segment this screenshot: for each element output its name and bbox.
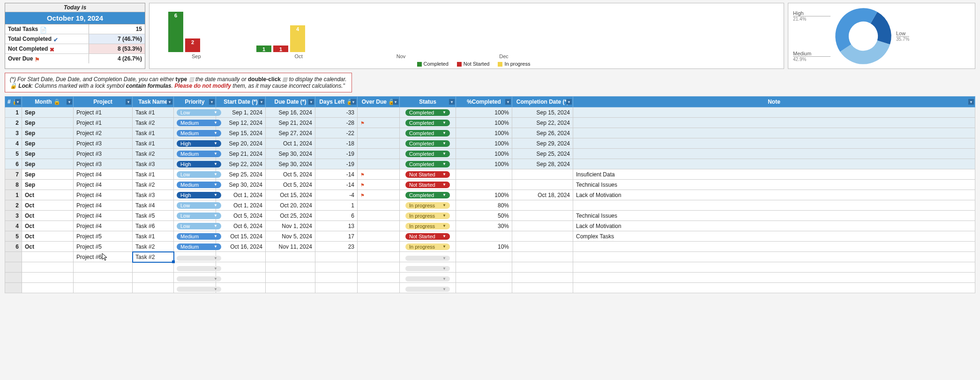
cell-priority[interactable]: Medium▼ — [174, 128, 216, 138]
cell-id[interactable]: 6 — [5, 159, 22, 169]
filter-icon[interactable]: ▾ — [15, 99, 21, 105]
cell-priority[interactable]: High▼ — [174, 159, 216, 169]
cell-task[interactable]: Task #4 — [133, 200, 174, 211]
table-row-empty[interactable]: ▼ ▼ — [5, 283, 975, 293]
dropdown-pill[interactable]: Low▼ — [177, 213, 221, 219]
cell-priority[interactable]: Medium▼ — [174, 242, 216, 252]
table-row[interactable]: 2 Sep Project #1 Task #2 Medium▼ Sep 12,… — [5, 118, 975, 128]
cell-task[interactable]: Task #3 — [133, 159, 174, 169]
cell-days-left[interactable]: 23 — [315, 242, 358, 252]
cell-due-date[interactable]: Sep 21, 2024 — [266, 118, 315, 128]
cell-note[interactable]: Technical Issues — [573, 211, 975, 221]
cell-priority[interactable]: Medium▼ — [174, 149, 216, 159]
cell-pct[interactable]: 30% — [456, 221, 512, 231]
cell-due-date[interactable]: Oct 5, 2024 — [266, 169, 315, 180]
cell-note[interactable] — [573, 159, 975, 169]
cell-over-due[interactable] — [358, 138, 400, 149]
cell-task[interactable]: Task #1 — [133, 138, 174, 149]
cell-status[interactable]: In progress▼ — [400, 221, 456, 231]
filter-icon[interactable]: ▾ — [393, 99, 398, 105]
cell-note[interactable] — [573, 242, 975, 252]
cell-status[interactable]: Completed▼ — [400, 159, 456, 169]
cell-start-date[interactable]: Sep 30, 2024 — [216, 180, 266, 190]
cell-month[interactable]: Sep — [22, 180, 74, 190]
cell-id[interactable]: 1 — [5, 107, 22, 118]
cell-over-due[interactable] — [358, 242, 400, 252]
cell-due-date[interactable]: Sep 27, 2024 — [266, 128, 315, 138]
cell-project[interactable]: Project #4 — [74, 200, 133, 211]
dropdown-empty[interactable]: ▼ — [405, 266, 450, 271]
col-days-left[interactable]: Days Left 🔒▾ — [315, 97, 358, 107]
col-note[interactable]: Note▾ — [573, 97, 975, 107]
cell-over-due[interactable] — [358, 200, 400, 211]
cell-priority[interactable]: Low▼ — [174, 221, 216, 231]
filter-icon[interactable]: ▾ — [968, 99, 974, 105]
dropdown-pill[interactable]: Medium▼ — [177, 130, 221, 137]
table-row[interactable]: 3 Sep Project #2 Task #1 Medium▼ Sep 15,… — [5, 128, 975, 138]
dropdown-empty[interactable]: ▼ — [177, 276, 221, 281]
table-row-empty[interactable]: ▼ ▼ — [5, 262, 975, 273]
cell-days-left[interactable]: -28 — [315, 118, 358, 128]
cell-completion-date[interactable] — [512, 231, 573, 242]
cell-status[interactable]: Completed▼ — [400, 149, 456, 159]
cell-completion-date[interactable] — [512, 200, 573, 211]
dropdown-empty[interactable]: ▼ — [405, 276, 450, 281]
cell-month[interactable]: Sep — [22, 138, 74, 149]
cell-due-date[interactable]: Oct 15, 2024 — [266, 190, 315, 200]
cell-note[interactable] — [573, 138, 975, 149]
cell-over-due[interactable] — [358, 211, 400, 221]
cell-project[interactable]: Project #1 — [74, 107, 133, 118]
cell-due-date[interactable]: Oct 1, 2024 — [266, 138, 315, 149]
cell-over-due[interactable]: ⚑ — [358, 118, 400, 128]
cell-id[interactable]: 4 — [5, 221, 22, 231]
cell-note[interactable] — [573, 149, 975, 159]
dropdown-pill[interactable]: Completed▼ — [405, 140, 450, 147]
cell-id[interactable]: 6 — [5, 242, 22, 252]
col-start-date[interactable]: Start Date (*)▾ — [216, 97, 266, 107]
dropdown-empty[interactable]: ▼ — [177, 287, 221, 292]
col-pct-completed[interactable]: %Completed▾ — [456, 97, 512, 107]
filter-icon[interactable]: ▾ — [126, 99, 131, 105]
dropdown-empty[interactable]: ▼ — [177, 266, 221, 271]
cell-month[interactable]: Oct — [22, 242, 74, 252]
cell-pct[interactable]: 100% — [456, 107, 512, 118]
cell-priority[interactable]: Medium▼ — [174, 231, 216, 242]
cell-over-due[interactable] — [358, 128, 400, 138]
cell-start-date[interactable]: Sep 22, 2024 — [216, 159, 266, 169]
cell-id[interactable]: 7 — [5, 169, 22, 180]
cell-task[interactable]: Task #2 — [133, 242, 174, 252]
cell-task[interactable]: Task #1 — [133, 231, 174, 242]
filter-icon[interactable]: ▾ — [67, 99, 72, 105]
cell-completion-date[interactable] — [512, 180, 573, 190]
cell-over-due[interactable]: ⚑ — [358, 190, 400, 200]
cell-priority[interactable]: High▼ — [174, 138, 216, 149]
cell-pct[interactable]: 100% — [456, 118, 512, 128]
cell-completion-date[interactable]: Sep 28, 2024 — [512, 159, 573, 169]
cell-completion-date[interactable]: Sep 25, 2024 — [512, 149, 573, 159]
cell-priority[interactable]: Low▼ — [174, 200, 216, 211]
cell-days-left[interactable]: -19 — [315, 149, 358, 159]
filter-icon[interactable]: ▾ — [351, 99, 356, 105]
cell-month[interactable]: Oct — [22, 190, 74, 200]
cell-note[interactable] — [573, 107, 975, 118]
cell-over-due[interactable]: ⚑ — [358, 180, 400, 190]
cell-note[interactable] — [573, 128, 975, 138]
cell-due-date[interactable]: Oct 5, 2024 — [266, 180, 315, 190]
cell-due-date[interactable]: Sep 30, 2024 — [266, 159, 315, 169]
cell-month[interactable]: Sep — [22, 159, 74, 169]
cell-status[interactable]: Completed▼ — [400, 118, 456, 128]
cell-days-left[interactable]: -22 — [315, 128, 358, 138]
cell-note[interactable]: Lack of Motivation — [573, 221, 975, 231]
cell-due-date[interactable]: Oct 20, 2024 — [266, 200, 315, 211]
cell-month[interactable]: Oct — [22, 231, 74, 242]
cell-month[interactable]: Oct — [22, 221, 74, 231]
cell-note[interactable]: Insuficient Data — [573, 169, 975, 180]
cell-status[interactable]: In progress▼ — [400, 200, 456, 211]
cell-start-date[interactable]: Oct 1, 2024 — [216, 190, 266, 200]
table-row[interactable]: 4 Oct Project #4 Task #6 Low▼ Oct 6, 202… — [5, 221, 975, 231]
cell-completion-date[interactable]: Oct 18, 2024 — [512, 190, 573, 200]
cell-status[interactable]: Completed▼ — [400, 107, 456, 118]
cell-start-date[interactable]: Sep 15, 2024 — [216, 128, 266, 138]
cell-project[interactable]: Project #5 — [74, 231, 133, 242]
cell-pct[interactable]: 100% — [456, 138, 512, 149]
